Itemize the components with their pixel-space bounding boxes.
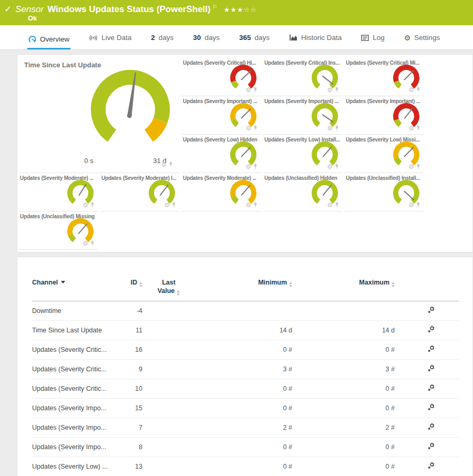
edit-channel-icon[interactable] — [427, 462, 435, 471]
col-minimum[interactable]: Minimum — [195, 278, 292, 301]
gear-icon[interactable]: ⚙ — [408, 164, 414, 170]
gear-icon[interactable]: ⚙ — [408, 202, 414, 208]
channel-minimum: 3 # — [195, 360, 292, 379]
pin-icon[interactable] — [172, 200, 176, 210]
gear-icon[interactable]: ⚙ — [83, 202, 88, 208]
gauge-icon — [28, 35, 36, 43]
pin-icon[interactable] — [253, 124, 258, 133]
tab-30-days[interactable]: 30 days — [192, 34, 221, 49]
gauge-tile[interactable]: Updates (Severity Moderate) I...⚙ — [100, 173, 179, 211]
pin-icon[interactable] — [169, 160, 173, 169]
col-id[interactable]: ID — [108, 278, 142, 301]
pin-icon[interactable] — [90, 200, 95, 210]
channel-name: Time Since Last Update — [32, 321, 108, 340]
col-maximum[interactable]: Maximum — [292, 278, 395, 301]
edit-channel-icon[interactable] — [427, 384, 435, 393]
channel-maximum: 0 # — [292, 379, 395, 399]
gauge-tile[interactable]: Updates (Unclassified) Missing⚙ — [19, 211, 98, 250]
gauge-tile[interactable]: Updates (Severity Important) ...⚙ — [345, 96, 424, 135]
gauge-tile[interactable]: Updates (Severity Moderate) ...⚙ — [19, 173, 98, 211]
gauge-tile[interactable]: Updates (Severity Critical) Hi...⚙ — [182, 58, 261, 96]
gauge-tile[interactable]: Updates (Severity Critical) Ins...⚙ — [263, 58, 342, 96]
channel-last-value — [142, 340, 195, 360]
tile-controls: ⚙ — [327, 162, 339, 171]
gear-icon[interactable]: ⚙ — [245, 202, 251, 208]
channel-maximum: 0 # — [292, 438, 395, 457]
tab-historic-data[interactable]: Historic Data — [288, 34, 343, 49]
edit-channel-icon[interactable] — [427, 423, 435, 432]
gear-icon[interactable]: ⚙ — [161, 161, 167, 168]
edit-channel-icon[interactable] — [427, 345, 435, 355]
edit-channel-icon[interactable] — [427, 403, 435, 413]
channel-name: Updates (Severity Critic... — [32, 360, 108, 379]
gauge-tile[interactable]: Updates (Unclassified) Hidden⚙ — [263, 173, 342, 211]
channel-actions-cell — [395, 379, 459, 399]
main-gauge-tile[interactable]: Time Since Last Update 0 s 31 d ⚙ — [19, 58, 179, 173]
col-channel[interactable]: Channel — [32, 278, 108, 301]
pin-icon[interactable] — [335, 162, 339, 171]
tab-number: 365 — [239, 34, 251, 42]
col-last-value[interactable]: Last Value — [142, 278, 195, 301]
sort-icon — [177, 290, 180, 296]
gauge-tile[interactable]: Updates (Severity Important) ...⚙ — [182, 96, 261, 135]
gauge-tile[interactable]: Updates (Severity Low) Install...⚙ — [263, 135, 342, 173]
pin-icon[interactable] — [335, 85, 339, 95]
tab-log[interactable]: Log — [360, 34, 386, 49]
gear-icon[interactable]: ⚙ — [408, 125, 414, 131]
time-since-last-update-gauge — [83, 66, 178, 153]
channel-last-value — [142, 379, 195, 399]
gear-icon[interactable]: ⚙ — [327, 164, 333, 170]
gauge-tile[interactable]: Updates (Severity Low) Missi...⚙ — [345, 135, 424, 173]
channel-name: Updates (Severity Impo... — [32, 399, 108, 418]
tile-controls: ⚙ — [327, 200, 339, 210]
pin-icon[interactable] — [253, 85, 258, 95]
pin-icon[interactable] — [416, 200, 420, 210]
edit-channel-icon[interactable] — [427, 364, 435, 374]
pin-icon[interactable] — [335, 200, 339, 210]
channel-last-value — [142, 418, 195, 438]
gear-icon[interactable]: ⚙ — [245, 87, 251, 93]
tab-overview[interactable]: Overview — [27, 35, 70, 49]
gear-icon[interactable]: ⚙ — [245, 125, 251, 131]
channel-maximum: 0 # — [292, 399, 395, 418]
channel-name: Updates (Severity Critic... — [32, 340, 108, 360]
gear-icon[interactable]: ⚙ — [83, 240, 88, 247]
gear-icon[interactable]: ⚙ — [327, 87, 333, 93]
channel-name: Updates (Severity Impo... — [32, 438, 108, 457]
gauge-tile[interactable]: Updates (Severity Moderate) ...⚙ — [182, 173, 261, 211]
channel-actions-cell — [395, 301, 459, 321]
table-row: Updates (Severity Impo...72 #2 # — [32, 418, 459, 438]
tab-number: 2 — [151, 34, 155, 42]
channel-actions-cell — [395, 418, 459, 438]
gear-icon[interactable]: ⚙ — [164, 202, 170, 208]
channel-last-value — [142, 301, 195, 321]
gear-icon[interactable]: ⚙ — [408, 87, 414, 93]
pin-icon[interactable] — [416, 162, 420, 171]
tab-settings[interactable]: ⚙ Settings — [403, 34, 441, 49]
gauge-tile[interactable]: Updates (Severity Critical) Mi...⚙ — [345, 58, 424, 96]
pin-icon[interactable] — [416, 124, 420, 133]
edit-channel-icon[interactable] — [427, 306, 435, 316]
gauge-tile[interactable]: Updates (Severity Important) ...⚙ — [263, 96, 342, 135]
priority-stars[interactable]: ★★★☆☆ — [224, 6, 257, 14]
pin-icon[interactable] — [335, 124, 339, 133]
gear-icon[interactable]: ⚙ — [327, 125, 333, 131]
pin-icon[interactable] — [253, 200, 258, 210]
edit-channel-icon[interactable] — [427, 326, 435, 335]
tile-controls: ⚙ — [408, 200, 420, 210]
channel-minimum: 2 # — [195, 418, 292, 438]
edit-channel-icon[interactable] — [427, 442, 435, 452]
tab-365-days[interactable]: 365 days — [238, 34, 271, 49]
table-row: Updates (Severity Low) ...130 #0 # — [32, 457, 459, 476]
pin-icon[interactable] — [416, 85, 420, 95]
gear-icon[interactable]: ⚙ — [245, 164, 251, 170]
pin-icon[interactable] — [90, 239, 95, 248]
gauge-tile[interactable]: Updates (Unclassified) Install...⚙ — [345, 173, 424, 211]
pin-icon[interactable] — [253, 162, 258, 171]
gear-icon[interactable]: ⚙ — [327, 202, 333, 208]
tab-live-data[interactable]: Live Data — [88, 34, 132, 49]
gauge-tile[interactable]: Updates (Severity Low) Hidden⚙ — [182, 135, 261, 173]
channel-maximum: 3 # — [292, 360, 395, 379]
tab-2-days[interactable]: 2 days — [150, 34, 174, 49]
tile-controls: ⚙ — [327, 85, 339, 95]
